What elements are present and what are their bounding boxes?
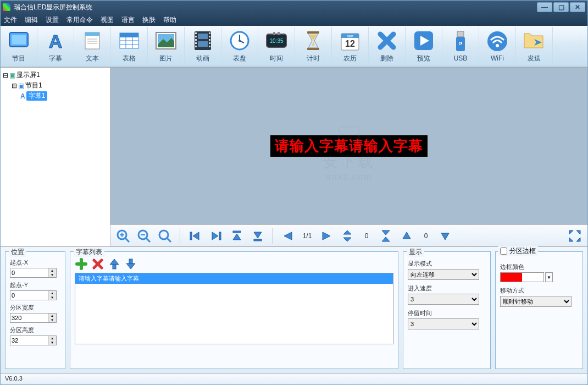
startx-down[interactable]: ▼: [48, 273, 56, 277]
menu-skin[interactable]: 换肤: [142, 15, 156, 25]
svg-rect-23: [195, 42, 197, 44]
titlebar: 瑞合信LED显示屏控制系统 — ▢ ✕: [1, 1, 587, 14]
minimize-button[interactable]: —: [537, 2, 552, 12]
tb-program[interactable]: 节目: [1, 27, 37, 65]
speed-select[interactable]: 3: [408, 294, 479, 305]
svg-rect-25: [209, 32, 210, 34]
tb-image[interactable]: 图片: [148, 27, 185, 65]
tb-timer[interactable]: 计时: [295, 27, 332, 65]
zoom-fit-button[interactable]: [157, 228, 173, 244]
startx-up[interactable]: ▲: [48, 268, 56, 273]
width-label: 分区宽度: [10, 304, 60, 312]
svg-rect-90: [129, 259, 132, 263]
bottom-button[interactable]: [249, 228, 266, 244]
stay-select[interactable]: 3: [408, 318, 479, 329]
tb-send[interactable]: 发送: [516, 27, 553, 65]
tb-dial[interactable]: 表盘: [221, 27, 258, 65]
zoom-in-button[interactable]: [115, 228, 131, 244]
next-button[interactable]: [318, 228, 335, 244]
subtitle-listbox[interactable]: 请输入字幕请输入字幕: [75, 273, 393, 344]
svg-rect-36: [273, 32, 275, 35]
down-button[interactable]: [437, 228, 453, 244]
tree-subtitle[interactable]: A 字幕1: [3, 91, 108, 101]
app-logo-icon: [3, 3, 10, 11]
starty-up[interactable]: ▲: [48, 291, 56, 295]
prev-button[interactable]: [280, 228, 296, 244]
menu-edit[interactable]: 编辑: [25, 15, 38, 25]
starty-input[interactable]: [10, 290, 48, 300]
border-enable-checkbox[interactable]: [500, 248, 507, 255]
move-up-button[interactable]: [108, 257, 121, 271]
tb-time[interactable]: 10:35 时间: [258, 27, 295, 65]
svg-line-55: [125, 238, 129, 242]
height-label: 分区高度: [10, 326, 60, 334]
svg-line-59: [146, 238, 150, 242]
startx-input[interactable]: [10, 268, 48, 278]
svg-point-52: [496, 44, 499, 47]
tb-wifi[interactable]: WiFi: [479, 27, 516, 65]
svg-rect-38: [307, 31, 319, 34]
speed-label: 进入速度: [408, 284, 486, 293]
close-button[interactable]: ✕: [570, 2, 585, 12]
mode-select[interactable]: 向左连移: [408, 269, 479, 280]
menu-settings[interactable]: 设置: [46, 15, 59, 25]
tb-preview[interactable]: 预览: [406, 27, 442, 65]
svg-rect-18: [198, 34, 208, 39]
starty-label: 起点-Y: [10, 281, 60, 289]
tb-animation[interactable]: 动画: [185, 27, 221, 65]
tb-text[interactable]: 文本: [74, 27, 111, 65]
maximize-button[interactable]: ▢: [553, 2, 569, 12]
menu-language[interactable]: 语言: [121, 15, 135, 25]
first-page-button[interactable]: [187, 228, 203, 244]
color-dropdown-icon[interactable]: ▼: [545, 272, 553, 282]
statusbar: V6.0.3: [1, 373, 587, 384]
border-move-select[interactable]: 顺时针移动: [500, 296, 572, 307]
height-up[interactable]: ▲: [48, 336, 56, 340]
expand-v-button[interactable]: [339, 228, 356, 244]
width-down[interactable]: ▼: [48, 318, 56, 322]
tree-program[interactable]: ⊟▣ 节目1: [3, 80, 108, 91]
tree-root[interactable]: ⊟▣ 显示屏1: [3, 70, 108, 80]
zoom-out-button[interactable]: [136, 228, 152, 244]
menu-common[interactable]: 常用命令: [66, 15, 93, 25]
tb-delete[interactable]: 删除: [369, 27, 406, 65]
height-down[interactable]: ▼: [48, 340, 56, 345]
tb-subtitle[interactable]: A 字幕: [37, 27, 74, 65]
menu-file[interactable]: 文件: [4, 15, 17, 25]
fullscreen-button[interactable]: [567, 228, 583, 244]
svg-marker-81: [569, 238, 573, 241]
list-item[interactable]: 请输入字幕请输入字幕: [75, 273, 393, 284]
tb-table[interactable]: 表格: [111, 27, 148, 65]
table-icon: [118, 30, 140, 52]
move-down-button[interactable]: [124, 257, 137, 271]
starty-down[interactable]: ▼: [48, 295, 56, 300]
width-up[interactable]: ▲: [48, 314, 56, 318]
toolbar: 节目 A 字幕 文本 表格 图片 动画 表盘 10:35 时间: [1, 26, 587, 67]
svg-rect-67: [233, 231, 241, 233]
svg-marker-71: [284, 232, 292, 240]
svg-rect-27: [209, 39, 210, 41]
up-button[interactable]: [398, 228, 415, 244]
svg-marker-66: [212, 232, 218, 240]
hourglass-icon: [302, 30, 324, 52]
collapse-v-button[interactable]: [378, 228, 394, 244]
bottom-panel: 位置 起点-X ▲▼ 起点-Y ▲▼ 分区宽度 ▲▼ 分区高度 ▲▼ 字幕列表 …: [1, 247, 587, 373]
svg-marker-77: [403, 232, 411, 239]
border-color-swatch[interactable]: [500, 272, 544, 282]
stay-label: 停留时间: [408, 309, 486, 317]
top-button[interactable]: [229, 228, 245, 244]
remove-subtitle-button[interactable]: [91, 257, 104, 271]
tb-usb[interactable]: USB: [442, 27, 479, 65]
svg-marker-73: [343, 230, 351, 234]
width-input[interactable]: [10, 313, 48, 323]
last-page-button[interactable]: [208, 228, 224, 244]
menu-view[interactable]: 视图: [101, 15, 114, 25]
x-icon: [376, 30, 398, 52]
svg-rect-26: [209, 36, 210, 37]
preview-canvas[interactable]: 安下载 anxz.com 请输入字幕请输入字幕: [110, 68, 587, 224]
page-indicator: 1/1: [301, 232, 314, 240]
add-subtitle-button[interactable]: [75, 257, 88, 271]
menu-help[interactable]: 帮助: [163, 15, 176, 25]
tb-calendar[interactable]: 12SEP 农历: [332, 27, 369, 65]
height-input[interactable]: [10, 336, 48, 345]
